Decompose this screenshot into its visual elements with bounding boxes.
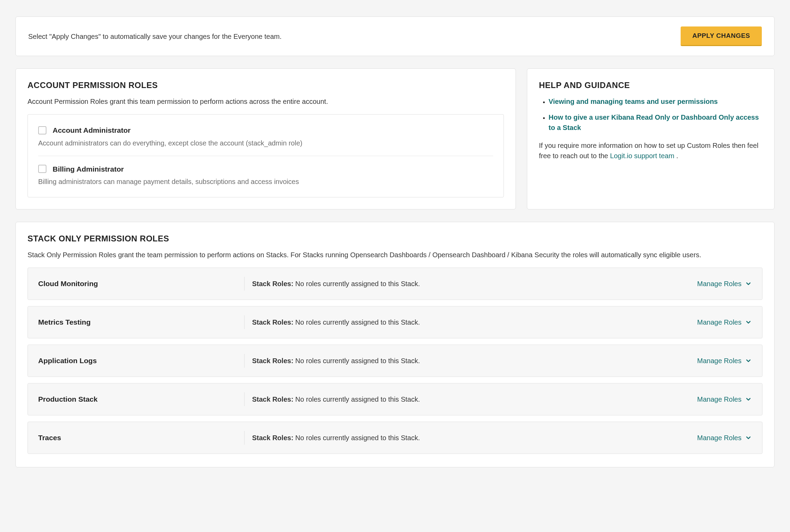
role-item-billing-admin: Billing Administrator Billing administra… xyxy=(38,156,493,190)
checkbox-billing-admin[interactable] xyxy=(38,165,46,173)
stack-name: Cloud Monitoring xyxy=(38,277,245,291)
manage-roles-label: Manage Roles xyxy=(697,317,742,327)
apply-changes-bar: Select "Apply Changes" to automatically … xyxy=(15,17,775,56)
stack-roles-title: STACK ONLY PERMISSION ROLES xyxy=(28,232,762,245)
help-link-kibana-readonly[interactable]: How to give a user Kibana Read Only or D… xyxy=(549,113,759,131)
chevron-down-icon xyxy=(745,357,752,364)
help-and-guidance-panel: HELP AND GUIDANCE Viewing and managing t… xyxy=(527,68,775,209)
manage-roles-link[interactable]: Manage Roles xyxy=(697,317,752,327)
manage-roles-link[interactable]: Manage Roles xyxy=(697,356,752,366)
checkbox-account-admin[interactable] xyxy=(38,126,46,134)
role-name: Billing Administrator xyxy=(53,164,124,175)
stack-name: Metrics Testing xyxy=(38,315,245,329)
stack-roles-text: Stack Roles: No roles currently assigned… xyxy=(252,433,697,443)
manage-roles-label: Manage Roles xyxy=(697,394,742,404)
chevron-down-icon xyxy=(745,319,752,326)
stack-name: Traces xyxy=(38,431,245,445)
help-title: HELP AND GUIDANCE xyxy=(539,79,762,91)
role-item-account-admin: Account Administrator Account administra… xyxy=(38,122,493,151)
chevron-down-icon xyxy=(745,280,752,287)
stack-roles-text: Stack Roles: No roles currently assigned… xyxy=(252,317,697,327)
stack-name: Application Logs xyxy=(38,354,245,368)
stack-only-permission-roles-panel: STACK ONLY PERMISSION ROLES Stack Only P… xyxy=(15,222,775,467)
stack-roles-description: Stack Only Permission Roles grant the te… xyxy=(28,250,762,260)
chevron-down-icon xyxy=(745,434,752,441)
stack-item: Metrics TestingStack Roles: No roles cur… xyxy=(28,306,762,338)
stack-list: Cloud MonitoringStack Roles: No roles cu… xyxy=(28,268,762,454)
account-roles-title: ACCOUNT PERMISSION ROLES xyxy=(28,79,504,91)
help-links-list: Viewing and managing teams and user perm… xyxy=(539,96,762,133)
apply-changes-button[interactable]: APPLY CHANGES xyxy=(681,26,762,46)
stack-item: Application LogsStack Roles: No roles cu… xyxy=(28,345,762,377)
stack-item: Cloud MonitoringStack Roles: No roles cu… xyxy=(28,268,762,300)
manage-roles-link[interactable]: Manage Roles xyxy=(697,279,752,289)
apply-changes-prompt: Select "Apply Changes" to automatically … xyxy=(28,31,282,42)
stack-roles-text: Stack Roles: No roles currently assigned… xyxy=(252,394,697,404)
stack-roles-text: Stack Roles: No roles currently assigned… xyxy=(252,279,697,289)
manage-roles-label: Manage Roles xyxy=(697,279,742,289)
help-footer-text: If you require more information on how t… xyxy=(539,140,762,161)
stack-roles-text: Stack Roles: No roles currently assigned… xyxy=(252,356,697,366)
account-roles-description: Account Permission Roles grant this team… xyxy=(28,96,504,107)
chevron-down-icon xyxy=(745,396,752,403)
stack-item: TracesStack Roles: No roles currently as… xyxy=(28,422,762,454)
role-name: Account Administrator xyxy=(53,125,131,136)
support-team-link[interactable]: Logit.io support team xyxy=(610,152,674,160)
stack-name: Production Stack xyxy=(38,392,245,406)
help-link-teams-permissions[interactable]: Viewing and managing teams and user perm… xyxy=(549,98,718,105)
role-description: Account administrators can do everything… xyxy=(38,138,493,148)
role-description: Billing administrators can manage paymen… xyxy=(38,176,493,187)
help-footer-after: . xyxy=(674,152,678,160)
stack-item: Production StackStack Roles: No roles cu… xyxy=(28,383,762,415)
manage-roles-label: Manage Roles xyxy=(697,433,742,443)
account-roles-list: Account Administrator Account administra… xyxy=(28,114,504,197)
account-permission-roles-panel: ACCOUNT PERMISSION ROLES Account Permiss… xyxy=(15,68,516,209)
manage-roles-link[interactable]: Manage Roles xyxy=(697,394,752,404)
manage-roles-label: Manage Roles xyxy=(697,356,742,366)
manage-roles-link[interactable]: Manage Roles xyxy=(697,433,752,443)
